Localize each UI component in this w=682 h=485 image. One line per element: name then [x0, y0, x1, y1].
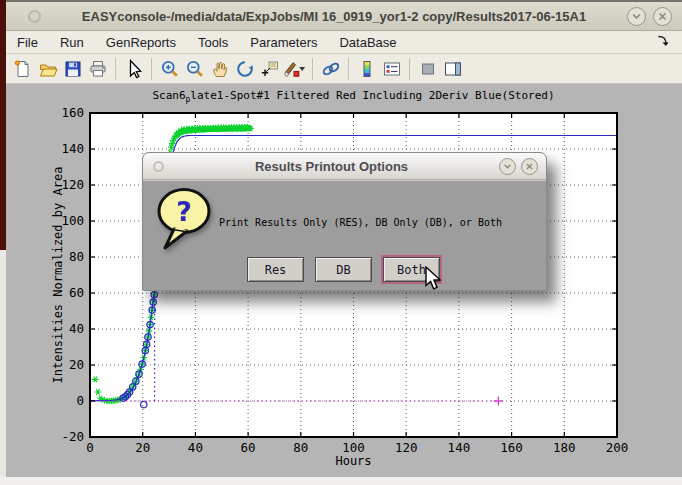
save-figure-button[interactable] — [60, 57, 85, 81]
window-title: EASYconsole-/media/data/ExpJobs/MI 16_09… — [41, 9, 627, 24]
figure-toolbar — [6, 54, 682, 84]
print-figure-icon — [88, 59, 108, 79]
new-document-icon — [13, 59, 33, 79]
menubar: FileRunGenReportsToolsParametersDataBase — [6, 31, 682, 54]
hide-plot-tools-icon — [418, 59, 438, 79]
zoom-out-icon — [185, 59, 205, 79]
dialog-message: Print Results Only (RES), DB Only (DB), … — [219, 217, 539, 228]
svg-text:20: 20 — [69, 357, 84, 372]
plot-ylabel: Intensities Normalized by Area — [51, 160, 65, 390]
toolbar-separator — [312, 58, 313, 80]
pan-button[interactable] — [207, 57, 232, 81]
pointer-icon — [124, 59, 144, 79]
dialog-window-icon — [153, 161, 164, 172]
dialog-button-res[interactable]: Res — [247, 257, 304, 282]
svg-text:160: 160 — [500, 440, 523, 455]
pointer-button[interactable] — [121, 57, 146, 81]
chevron-down-icon — [502, 161, 513, 172]
insert-colorbar-icon — [357, 59, 377, 79]
menu-item-parameters[interactable]: Parameters — [239, 33, 328, 52]
insert-legend-icon — [382, 59, 402, 79]
easyconsole-window: EASYconsole-/media/data/ExpJobs/MI 16_09… — [0, 0, 682, 477]
rotate-3d-button[interactable] — [232, 57, 257, 81]
svg-text:140: 140 — [61, 141, 84, 156]
window-titlebar[interactable]: EASYconsole-/media/data/ExpJobs/MI 16_09… — [6, 2, 682, 31]
pan-icon — [210, 59, 230, 79]
window-left-border — [0, 0, 6, 477]
save-figure-icon — [63, 59, 83, 79]
mouse-cursor — [424, 266, 443, 292]
svg-text:40: 40 — [69, 321, 84, 336]
menu-item-tools[interactable]: Tools — [187, 33, 239, 52]
data-cursor-button[interactable] — [257, 57, 282, 81]
show-plot-tools-button[interactable] — [440, 57, 465, 81]
toolbar-separator — [151, 58, 152, 80]
svg-text:0: 0 — [76, 393, 84, 408]
toolbar-separator — [409, 58, 410, 80]
new-document-button[interactable] — [10, 57, 35, 81]
zoom-in-icon — [160, 59, 180, 79]
svg-text:60: 60 — [69, 285, 84, 300]
zoom-out-button[interactable] — [182, 57, 207, 81]
svg-text:-20: -20 — [61, 429, 84, 444]
toolbar-separator — [115, 58, 116, 80]
svg-text:60: 60 — [241, 440, 256, 455]
dialog-title: Results Printout Options — [164, 159, 499, 174]
dialog-titlebar[interactable]: Results Printout Options — [143, 153, 546, 180]
zoom-in-button[interactable] — [157, 57, 182, 81]
svg-text:100: 100 — [342, 440, 365, 455]
link-plots-button[interactable] — [318, 57, 343, 81]
menu-item-database[interactable]: DataBase — [328, 33, 407, 52]
plot-title: Scan6plate1-Spot#1 Filtered Red Includin… — [90, 89, 617, 104]
dialog-button-db[interactable]: DB — [315, 257, 372, 282]
close-icon — [524, 161, 535, 172]
svg-text:40: 40 — [188, 440, 203, 455]
open-file-button[interactable] — [35, 57, 60, 81]
svg-text:?: ? — [176, 196, 192, 227]
print-figure-button[interactable] — [85, 57, 110, 81]
svg-text:140: 140 — [448, 440, 471, 455]
dialog-body: ? Print Results Only (RES), DB Only (DB)… — [143, 180, 546, 290]
menu-item-run[interactable]: Run — [49, 33, 95, 52]
window-shade-button[interactable] — [627, 7, 646, 26]
open-file-icon — [38, 59, 58, 79]
svg-text:180: 180 — [553, 440, 576, 455]
close-icon — [656, 10, 669, 23]
question-bubble-icon: ? — [154, 185, 216, 255]
brush-data-icon — [282, 59, 307, 79]
menu-item-file[interactable]: File — [6, 33, 49, 52]
toolbar-separator — [348, 58, 349, 80]
svg-text:120: 120 — [395, 440, 418, 455]
data-cursor-icon — [260, 59, 280, 79]
plot-xlabel: Hours — [90, 454, 617, 468]
results-printout-dialog: Results Printout Options ? Print Results… — [142, 152, 547, 291]
svg-text:200: 200 — [606, 440, 629, 455]
link-plots-icon — [321, 59, 341, 79]
dialog-shade-button[interactable] — [499, 158, 516, 175]
window-icon — [28, 10, 41, 23]
brush-data-button[interactable] — [282, 57, 307, 81]
show-plot-tools-icon — [443, 59, 463, 79]
window-close-button[interactable] — [653, 7, 672, 26]
svg-text:160: 160 — [61, 105, 84, 120]
dock-figure-icon[interactable] — [656, 33, 670, 51]
svg-text:0: 0 — [86, 440, 94, 455]
rotate-3d-icon — [235, 59, 255, 79]
svg-text:80: 80 — [69, 249, 84, 264]
insert-legend-button[interactable] — [379, 57, 404, 81]
svg-text:80: 80 — [293, 440, 308, 455]
menu-item-genreports[interactable]: GenReports — [95, 33, 187, 52]
dialog-close-button[interactable] — [521, 158, 538, 175]
svg-text:20: 20 — [135, 440, 150, 455]
chevron-down-icon — [630, 10, 643, 23]
hide-plot-tools-button[interactable] — [415, 57, 440, 81]
insert-colorbar-button[interactable] — [354, 57, 379, 81]
